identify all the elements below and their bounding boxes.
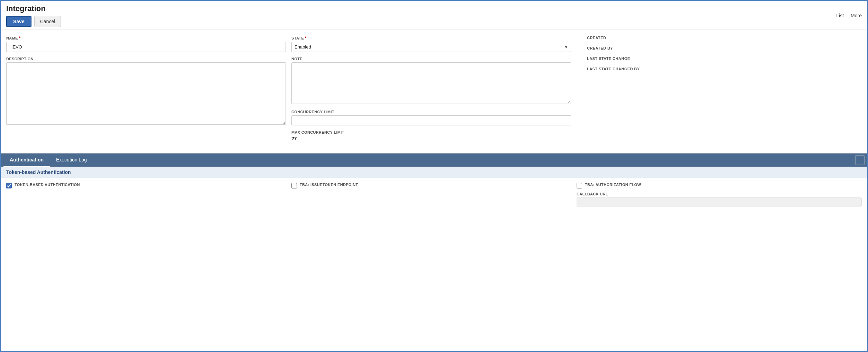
form-col-3: CREATED CREATED BY LAST STATE CHANGE LAS… — [577, 36, 862, 146]
concurrency-limit-label: CONCURRENCY LIMIT — [291, 110, 571, 114]
note-field-group: NOTE — [291, 57, 571, 105]
last-state-change-label: LAST STATE CHANGE — [587, 56, 862, 61]
tabs-section: Authentication Execution Log ≡ Token-bas… — [1, 153, 867, 210]
state-select[interactable]: Enabled Disabled — [291, 42, 571, 52]
created-by-field-group: CREATED BY — [587, 46, 862, 50]
description-textarea[interactable] — [6, 62, 286, 125]
form-area: NAME * DESCRIPTION STATE * Enabled — [1, 29, 867, 150]
created-by-label: CREATED BY — [587, 46, 862, 50]
more-link[interactable]: More — [851, 13, 862, 18]
last-state-change-field-group: LAST STATE CHANGE — [587, 56, 862, 61]
section-header: Token-based Authentication — [1, 167, 867, 178]
concurrency-limit-input[interactable] — [291, 115, 571, 125]
tba-label[interactable]: TOKEN-BASED AUTHENTICATION — [15, 183, 80, 187]
tabs-right: ≡ — [855, 155, 865, 165]
max-concurrency-label: MAX CONCURRENCY LIMIT — [291, 130, 571, 134]
tba-authflow-checkbox-group: TBA: AUTHORIZATION FLOW — [577, 183, 862, 188]
last-state-changed-by-label: LAST STATE CHANGED BY — [587, 67, 862, 71]
tba-issuetoken-checkbox-group: TBA: ISSUETOKEN ENDPOINT — [291, 183, 577, 188]
description-label: DESCRIPTION — [6, 57, 286, 61]
list-view-icon-button[interactable]: ≡ — [855, 155, 865, 165]
description-field-group: DESCRIPTION — [6, 57, 286, 126]
name-input[interactable] — [6, 42, 286, 52]
tba-issuetoken-checkbox[interactable] — [291, 183, 297, 188]
state-field-group: STATE * Enabled Disabled ▼ — [291, 36, 571, 52]
name-label: NAME * — [6, 36, 286, 41]
state-select-wrapper: Enabled Disabled ▼ — [291, 42, 571, 52]
tabs-bar: Authentication Execution Log ≡ — [1, 153, 867, 167]
created-field-group: CREATED — [587, 36, 862, 40]
tba-checkbox[interactable] — [6, 183, 12, 188]
tab-authentication[interactable]: Authentication — [3, 153, 50, 167]
page-wrapper: Integration Save Cancel List More NAME *… — [0, 0, 868, 352]
note-textarea[interactable] — [291, 62, 571, 104]
callback-url-label: CALLBACK URL — [577, 192, 862, 196]
name-required-star: * — [19, 36, 21, 41]
last-state-changed-by-field-group: LAST STATE CHANGED BY — [587, 67, 862, 71]
name-field-group: NAME * — [6, 36, 286, 52]
callback-url-group: CALLBACK URL — [577, 192, 862, 206]
tab-execution-log[interactable]: Execution Log — [50, 153, 93, 167]
state-label: STATE * — [291, 36, 571, 41]
note-label: NOTE — [291, 57, 571, 61]
tba-issuetoken-label[interactable]: TBA: ISSUETOKEN ENDPOINT — [300, 183, 358, 187]
tba-authflow-checkbox[interactable] — [577, 183, 582, 188]
created-label: CREATED — [587, 36, 862, 40]
callback-url-input[interactable] — [577, 197, 862, 206]
tba-authflow-col: TBA: AUTHORIZATION FLOW CALLBACK URL — [577, 183, 862, 206]
max-concurrency-value: 27 — [291, 136, 571, 141]
tba-authflow-label[interactable]: TBA: AUTHORIZATION FLOW — [585, 183, 641, 187]
tba-checkbox-group: TOKEN-BASED AUTHENTICATION — [6, 183, 291, 188]
state-required-star: * — [305, 36, 307, 41]
page-title: Integration — [6, 4, 61, 13]
auth-row: TOKEN-BASED AUTHENTICATION TBA: ISSUETOK… — [1, 178, 867, 210]
concurrency-limit-field-group: CONCURRENCY LIMIT — [291, 110, 571, 125]
header-actions: Save Cancel — [6, 16, 61, 27]
list-link[interactable]: List — [836, 13, 844, 18]
cancel-button[interactable]: Cancel — [34, 16, 61, 27]
form-col-2: STATE * Enabled Disabled ▼ NOTE CONCURRE… — [291, 36, 577, 146]
form-col-1: NAME * DESCRIPTION — [6, 36, 291, 146]
header: Integration Save Cancel List More — [1, 1, 867, 29]
max-concurrency-field-group: MAX CONCURRENCY LIMIT 27 — [291, 130, 571, 141]
save-button[interactable]: Save — [6, 16, 31, 27]
header-left: Integration Save Cancel — [6, 4, 61, 27]
header-right: List More — [836, 13, 862, 18]
